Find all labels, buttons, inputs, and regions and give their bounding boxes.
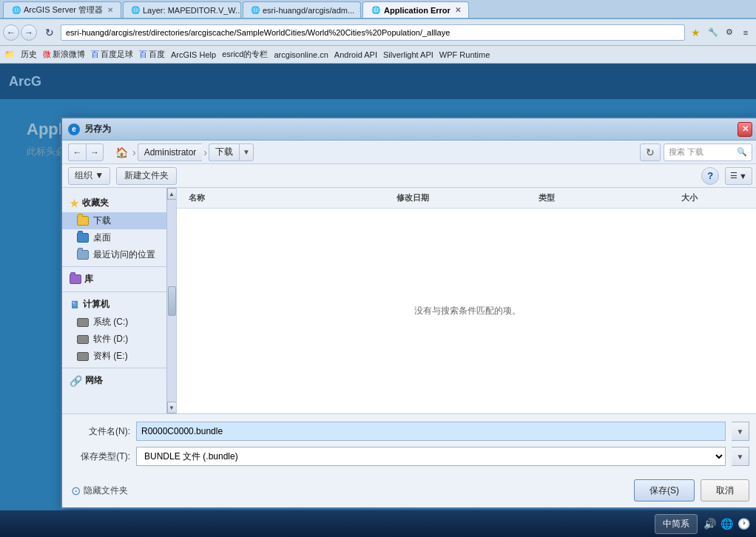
sidebar-item-drive-e[interactable]: 资料 (E:) — [62, 348, 166, 365]
dialog-actions: ⊙ 隐藏文件夹 保存(S) 取消 — [62, 473, 756, 507]
arcgis-header: ArcG — [0, 64, 756, 99]
col-modified[interactable]: 修改日期 — [391, 191, 533, 205]
computer-icon: 🖥 — [70, 299, 80, 311]
tab-close-4[interactable]: ✕ — [455, 6, 461, 14]
computer-header[interactable]: 🖥 计算机 — [62, 295, 166, 314]
new-folder-button[interactable]: 新建文件夹 — [116, 167, 177, 185]
taskbar-sound-icon[interactable]: 🔊 — [703, 518, 716, 530]
scroll-up-button[interactable]: ▲ — [167, 188, 177, 200]
filename-dropdown-button[interactable]: ▼ — [732, 422, 749, 441]
filename-input[interactable] — [136, 422, 726, 441]
sidebar-item-downloads[interactable]: 下载 — [62, 212, 166, 229]
dialog-icon: e — [68, 124, 80, 135]
breadcrumb-downloads[interactable]: 下载 — [209, 143, 239, 161]
help-button[interactable]: ? — [701, 167, 719, 185]
col-name[interactable]: 名称 — [183, 191, 391, 205]
bookmark-android[interactable]: Android API — [334, 50, 377, 59]
taskbar-network-icon[interactable]: 🌐 — [720, 518, 733, 530]
bookmark-baidu-soccer[interactable]: 百 百度足球 — [91, 49, 133, 60]
tools-icon[interactable]: 🔧 — [706, 25, 720, 40]
desktop-folder-icon — [77, 233, 89, 243]
computer-section: 🖥 计算机 系统 (C:) 软件 (D:) — [62, 295, 166, 365]
filetype-dropdown-button[interactable]: ▼ — [732, 447, 749, 466]
sidebar-item-desktop[interactable]: 桌面 — [62, 229, 166, 246]
tab-close-3[interactable]: ✕ — [359, 6, 361, 14]
dialog-sidebar: ▲ ▼ ★ 收藏夹 — [62, 188, 177, 413]
bookmark-star-icon[interactable]: ★ — [688, 25, 703, 40]
home-icon: 🏠 — [115, 146, 128, 158]
forward-button[interactable]: → — [21, 24, 37, 41]
bookmark-baidu[interactable]: 百 百度 — [139, 49, 165, 60]
breadcrumb-separator-1: › — [132, 146, 136, 158]
folder-icon: 📁 — [4, 50, 15, 59]
hide-folder-toggle[interactable]: ⊙ 隐藏文件夹 — [71, 484, 634, 498]
dialog-bottom-form: 文件名(N): ▼ 保存类型(T): BUNDLE 文件 (.bundle) ▼ — [62, 413, 756, 473]
save-button[interactable]: 保存(S) — [634, 479, 695, 501]
breadcrumb-admin[interactable]: Administrator — [138, 143, 203, 161]
settings-icon[interactable]: ⚙ — [722, 25, 737, 40]
filetype-select[interactable]: BUNDLE 文件 (.bundle) — [136, 447, 726, 466]
dialog-titlebar: e 另存为 ✕ — [62, 118, 756, 141]
tab-esri[interactable]: 🌐 esri-huangd/arcgis/adm... ✕ — [243, 1, 361, 18]
bookmark-weibo[interactable]: 微 新浪微博 — [43, 49, 85, 60]
browser-window: 🌐 ArcGIS Server 管理器 ✕ 🌐 Layer: MAPEDITOR… — [0, 0, 756, 537]
back-button[interactable]: ← — [3, 24, 19, 41]
dialog-search-box[interactable]: 搜索 下载 🔍 — [664, 143, 752, 161]
dialog-forward-button[interactable]: → — [86, 143, 104, 161]
sidebar-scrollbar[interactable]: ▲ ▼ — [166, 188, 176, 413]
drive-e-icon — [77, 352, 89, 361]
file-save-dialog: e 另存为 ✕ ← → 🏠 › Administrator › 下载 ▼ — [61, 117, 756, 509]
cancel-button[interactable]: 取消 — [701, 479, 749, 501]
sidebar-divider-2 — [62, 291, 166, 292]
sidebar-item-drive-d[interactable]: 软件 (D:) — [62, 331, 166, 348]
network-icon: 🔗 — [70, 375, 82, 387]
content-header: 名称 修改日期 类型 大小 — [177, 188, 756, 209]
drive-d-icon — [77, 335, 89, 344]
tab-layer[interactable]: 🌐 Layer: MAPEDITOR.V_W... ✕ — [123, 1, 241, 18]
scroll-thumb[interactable] — [168, 286, 176, 316]
scroll-down-button[interactable]: ▼ — [167, 402, 177, 413]
tab-application-error[interactable]: 🌐 Application Error ✕ — [362, 1, 469, 18]
dialog-refresh-button[interactable]: ↻ — [640, 143, 661, 161]
filetype-label: 保存类型(T): — [71, 450, 130, 463]
tab-close-1[interactable]: ✕ — [107, 6, 113, 14]
bookmark-wpf[interactable]: WPF Runtime — [439, 50, 490, 59]
hide-folder-icon: ⊙ — [71, 484, 81, 498]
taskbar-language-label: 中简系 — [663, 518, 689, 530]
breadcrumb-dropdown-button[interactable]: ▼ — [239, 143, 254, 161]
tab-arcgis-server[interactable]: 🌐 ArcGIS Server 管理器 ✕ — [3, 1, 121, 18]
taskbar-system-icons: 🔊 🌐 🕐 — [703, 518, 750, 530]
drive-c-icon — [77, 318, 89, 327]
taskbar-language-item[interactable]: 中简系 — [655, 514, 698, 534]
view-button[interactable]: ☰ ▼ — [725, 167, 752, 185]
favorites-star-icon: ★ — [70, 197, 79, 209]
more-icon[interactable]: ≡ — [738, 25, 753, 40]
content-area-empty: 没有与搜索条件匹配的项。 — [177, 209, 756, 413]
organize-button[interactable]: 组织 ▼ — [68, 167, 110, 185]
dialog-close-button[interactable]: ✕ — [738, 122, 752, 137]
dialog-breadcrumb: 🏠 › Administrator › 下载 ▼ — [115, 143, 631, 161]
sidebar-item-recent[interactable]: 最近访问的位置 — [62, 246, 166, 263]
view-icon: ☰ — [730, 171, 738, 180]
bookmark-arcgisonline[interactable]: arcgisonline.cn — [274, 50, 328, 59]
favorites-header[interactable]: ★ 收藏夹 — [62, 194, 166, 212]
favorites-section: ★ 收藏夹 下载 — [62, 194, 166, 263]
sidebar-divider-1 — [62, 266, 166, 267]
dialog-back-button[interactable]: ← — [68, 143, 86, 161]
col-type[interactable]: 类型 — [533, 191, 675, 205]
bookmark-silverlight[interactable]: Silverlight API — [383, 50, 433, 59]
address-input[interactable] — [61, 24, 685, 41]
col-size[interactable]: 大小 — [675, 191, 752, 205]
filename-row: 文件名(N): ▼ — [71, 422, 749, 441]
bookmark-arcgis-help[interactable]: ArcGIS Help — [171, 50, 216, 59]
library-header[interactable]: 库 — [62, 270, 166, 288]
bookmark-esricd[interactable]: esricd的专栏 — [222, 49, 268, 60]
dialog-title: 另存为 — [84, 123, 738, 135]
sidebar-item-drive-c[interactable]: 系统 (C:) — [62, 314, 166, 331]
refresh-button[interactable]: ↻ — [41, 24, 58, 41]
network-header[interactable]: 🔗 网络 — [62, 371, 166, 390]
library-icon — [70, 274, 81, 284]
bookmark-history[interactable]: 历史 — [21, 49, 37, 60]
address-bar-area: ← → ↻ ★ 🔧 ⚙ ≡ — [0, 19, 756, 46]
tab-favicon-4: 🌐 — [371, 5, 381, 16]
